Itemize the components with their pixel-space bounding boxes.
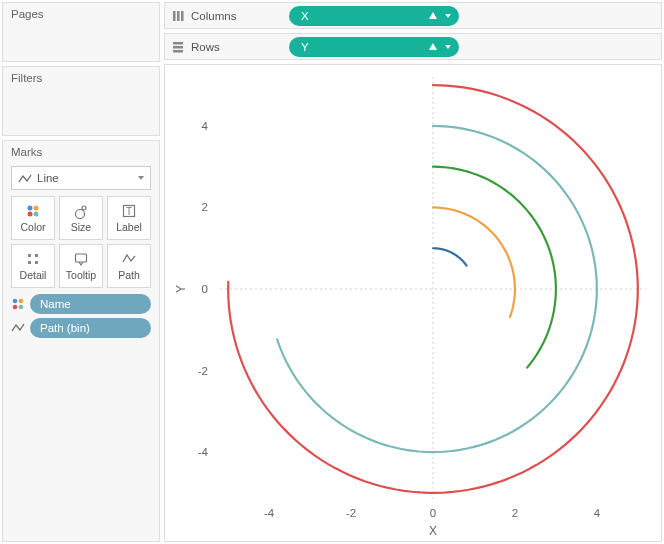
marks-detail-button[interactable]: Detail xyxy=(11,244,55,288)
rows-label: Rows xyxy=(191,41,220,53)
svg-rect-10 xyxy=(28,261,31,264)
svg-text:-4: -4 xyxy=(264,507,275,519)
marks-detail-label: Detail xyxy=(20,269,47,281)
marks-path-button[interactable]: Path xyxy=(107,244,151,288)
marks-title: Marks xyxy=(3,141,159,162)
svg-rect-17 xyxy=(173,11,176,21)
color-icon xyxy=(25,203,41,219)
columns-field-label: X xyxy=(301,10,309,22)
chevron-down-icon xyxy=(445,14,451,18)
delta-icon xyxy=(429,43,437,50)
marks-tooltip-label: Tooltip xyxy=(66,269,96,281)
marks-pill-path-bin[interactable]: Path (bin) xyxy=(11,318,151,338)
pages-panel: Pages xyxy=(2,2,160,62)
svg-text:4: 4 xyxy=(202,120,209,132)
marks-path-label: Path xyxy=(118,269,140,281)
svg-text:2: 2 xyxy=(512,507,518,519)
svg-text:0: 0 xyxy=(202,283,208,295)
marks-label-label: Label xyxy=(116,221,142,233)
columns-field-pill[interactable]: X xyxy=(289,6,459,26)
svg-text:-4: -4 xyxy=(198,446,209,458)
svg-text:-2: -2 xyxy=(198,365,208,377)
marks-pill-name[interactable]: Name xyxy=(11,294,151,314)
svg-rect-20 xyxy=(173,42,183,45)
svg-point-2 xyxy=(28,212,33,217)
columns-shelf[interactable]: Columns X xyxy=(164,2,662,29)
line-icon xyxy=(18,171,32,185)
columns-label: Columns xyxy=(191,10,236,22)
svg-rect-12 xyxy=(76,254,87,262)
rows-field-label: Y xyxy=(301,41,309,53)
svg-rect-21 xyxy=(173,46,183,49)
marks-color-label: Color xyxy=(20,221,45,233)
svg-point-5 xyxy=(82,206,86,210)
marks-size-button[interactable]: Size xyxy=(59,196,103,240)
tooltip-icon xyxy=(73,251,89,267)
svg-rect-11 xyxy=(35,261,38,264)
svg-rect-19 xyxy=(181,11,184,21)
line-icon xyxy=(11,321,25,335)
delta-icon xyxy=(429,12,437,19)
svg-text:Y: Y xyxy=(174,285,188,293)
svg-point-0 xyxy=(28,206,33,211)
svg-point-16 xyxy=(19,305,24,310)
mark-type-dropdown[interactable]: Line xyxy=(11,166,151,190)
rows-icon xyxy=(171,40,185,54)
svg-rect-18 xyxy=(177,11,180,21)
rows-shelf[interactable]: Rows Y xyxy=(164,33,662,60)
svg-text:0: 0 xyxy=(430,507,436,519)
svg-text:T: T xyxy=(126,206,132,217)
filters-panel: Filters xyxy=(2,66,160,136)
svg-point-4 xyxy=(76,210,85,219)
path-icon xyxy=(121,251,137,267)
chart-canvas[interactable]: -4-2024-4-2024XY xyxy=(164,64,662,542)
mark-type-label: Line xyxy=(37,167,59,189)
size-icon xyxy=(73,203,89,219)
detail-icon xyxy=(25,251,41,267)
svg-rect-22 xyxy=(173,50,183,53)
chevron-down-icon xyxy=(138,176,144,180)
svg-text:4: 4 xyxy=(594,507,601,519)
rows-field-pill[interactable]: Y xyxy=(289,37,459,57)
marks-color-button[interactable]: Color xyxy=(11,196,55,240)
pages-title: Pages xyxy=(3,3,159,24)
marks-panel: Marks Line Color xyxy=(2,140,160,542)
svg-text:2: 2 xyxy=(202,201,208,213)
svg-text:-2: -2 xyxy=(346,507,356,519)
pill-name-label: Name xyxy=(30,294,151,314)
color-icon xyxy=(11,297,25,311)
svg-point-14 xyxy=(19,299,24,304)
chevron-down-icon xyxy=(445,45,451,49)
marks-size-label: Size xyxy=(71,221,91,233)
svg-point-13 xyxy=(13,299,18,304)
svg-text:X: X xyxy=(429,524,437,538)
columns-icon xyxy=(171,9,185,23)
filters-title: Filters xyxy=(3,67,159,88)
svg-point-3 xyxy=(34,212,39,217)
svg-point-1 xyxy=(34,206,39,211)
marks-tooltip-button[interactable]: Tooltip xyxy=(59,244,103,288)
pill-path-bin-label: Path (bin) xyxy=(30,318,151,338)
svg-rect-8 xyxy=(28,254,31,257)
label-icon: T xyxy=(121,203,137,219)
svg-rect-9 xyxy=(35,254,38,257)
marks-label-button[interactable]: T Label xyxy=(107,196,151,240)
svg-point-15 xyxy=(13,305,18,310)
